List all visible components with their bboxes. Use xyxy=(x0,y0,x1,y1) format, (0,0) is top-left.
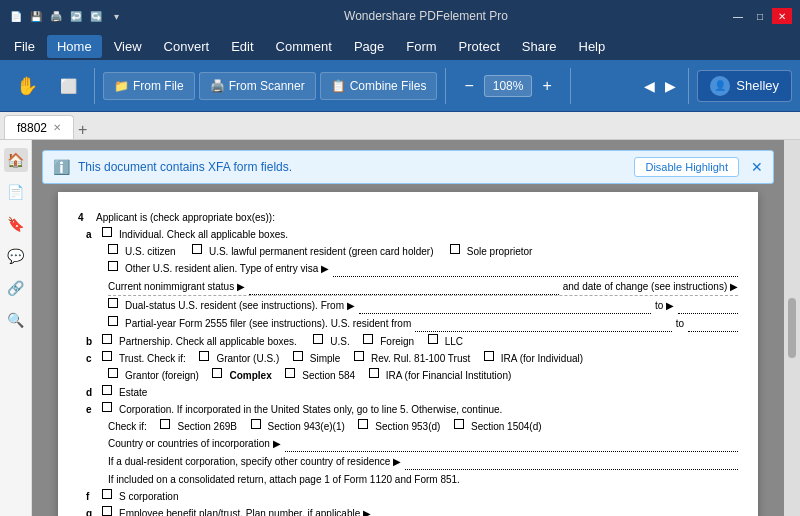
checkbox-other-resident[interactable] xyxy=(108,261,118,271)
scrollbar-thumb[interactable] xyxy=(788,298,796,358)
undo-icon[interactable]: ↩️ xyxy=(68,8,84,24)
nav-forward-button[interactable]: ▶ xyxy=(661,74,680,98)
redo-icon[interactable]: ↪️ xyxy=(88,8,104,24)
document-area[interactable]: ℹ️ This document contains XFA form field… xyxy=(32,140,784,516)
nav-arrows: ◀ ▶ xyxy=(640,74,680,98)
menu-page[interactable]: Page xyxy=(344,35,394,58)
checkbox-b[interactable] xyxy=(102,334,112,344)
save-icon[interactable]: 💾 xyxy=(28,8,44,24)
menu-help[interactable]: Help xyxy=(569,35,616,58)
menu-share[interactable]: Share xyxy=(512,35,567,58)
row-a-items: U.S. citizen U.S. lawful permanent resid… xyxy=(108,244,738,259)
zoom-out-button[interactable]: − xyxy=(458,75,479,97)
sidebar-search-icon[interactable]: 🔍 xyxy=(4,308,28,332)
checkbox-section-584[interactable] xyxy=(285,368,295,378)
hand-tool-button[interactable]: ✋ xyxy=(8,73,46,99)
checkbox-953d[interactable] xyxy=(358,419,368,429)
menu-view[interactable]: View xyxy=(104,35,152,58)
label-b-llc: LLC xyxy=(445,334,463,349)
checkbox-partial-year[interactable] xyxy=(108,316,118,326)
zoom-value[interactable]: 108% xyxy=(484,75,533,97)
checkbox-943e1[interactable] xyxy=(251,419,261,429)
document-tab[interactable]: f8802 ✕ xyxy=(4,115,74,139)
dropdown-icon[interactable]: ▾ xyxy=(108,8,124,24)
label-269b: Section 269B xyxy=(177,419,237,434)
disable-highlight-button[interactable]: Disable Highlight xyxy=(634,157,739,177)
scrollbar[interactable] xyxy=(784,140,800,516)
row-e: e Corporation. If incorporated in the Un… xyxy=(78,402,738,417)
checkbox-c[interactable] xyxy=(102,351,112,361)
checkbox-f[interactable] xyxy=(102,489,112,499)
minimize-button[interactable]: — xyxy=(728,8,748,24)
document-page: 4 Applicant is (check appropriate box(es… xyxy=(58,192,758,516)
checkbox-rev-rul[interactable] xyxy=(354,351,364,361)
menu-home[interactable]: Home xyxy=(47,35,102,58)
checkbox-grantor-foreign[interactable] xyxy=(108,368,118,378)
row-a-other: Other U.S. resident alien. Type of entry… xyxy=(108,261,738,277)
menu-protect[interactable]: Protect xyxy=(449,35,510,58)
from-scanner-label: From Scanner xyxy=(229,79,305,93)
checkbox-b-llc[interactable] xyxy=(428,334,438,344)
info-icon: ℹ️ xyxy=(53,159,70,175)
content-area: 🏠 📄 🔖 💬 🔗 🔍 ℹ️ This document contains XF… xyxy=(0,140,800,516)
from-file-button[interactable]: 📁 From File xyxy=(103,72,195,100)
sidebar-bookmark-icon[interactable]: 🔖 xyxy=(4,212,28,236)
label-check-if: Check if: xyxy=(108,419,147,434)
select-tool-button[interactable]: ⬜ xyxy=(50,75,86,97)
zoom-in-button[interactable]: + xyxy=(536,75,557,97)
folder-icon: 📁 xyxy=(114,79,129,93)
menu-form[interactable]: Form xyxy=(396,35,446,58)
menu-file[interactable]: File xyxy=(4,35,45,58)
maximize-button[interactable]: □ xyxy=(750,8,770,24)
checkbox-complex[interactable] xyxy=(212,368,222,378)
checkbox-ira-individual[interactable] xyxy=(484,351,494,361)
row-a-partial: Partial-year Form 2555 filer (see instru… xyxy=(108,316,738,332)
print-icon[interactable]: 🖨️ xyxy=(48,8,64,24)
checkbox-b-foreign[interactable] xyxy=(363,334,373,344)
sidebar-comment-icon[interactable]: 💬 xyxy=(4,244,28,268)
sidebar-home-icon[interactable]: 🏠 xyxy=(4,148,28,172)
row-e-text: Corporation. If incorporated in the Unit… xyxy=(119,402,502,417)
toolbar: ✋ ⬜ 📁 From File 🖨️ From Scanner 📋 Combin… xyxy=(0,60,800,112)
add-tab-button[interactable]: + xyxy=(78,121,87,139)
label-us-citizen: U.S. citizen xyxy=(125,244,176,259)
sidebar-link-icon[interactable]: 🔗 xyxy=(4,276,28,300)
toolbar-separator-4 xyxy=(688,68,689,104)
toolbar-separator xyxy=(94,68,95,104)
checkbox-permanent-resident[interactable] xyxy=(192,244,202,254)
label-section-584: Section 584 xyxy=(302,368,355,383)
checkbox-e[interactable] xyxy=(102,402,112,412)
zoom-control: − 108% + xyxy=(458,75,557,97)
checkbox-269b[interactable] xyxy=(160,419,170,429)
checkbox-simple[interactable] xyxy=(293,351,303,361)
label-other-resident: Other U.S. resident alien. Type of entry… xyxy=(125,261,329,276)
checkbox-sole-proprietor[interactable] xyxy=(450,244,460,254)
from-scanner-button[interactable]: 🖨️ From Scanner xyxy=(199,72,316,100)
banner-close-button[interactable]: ✕ xyxy=(751,159,763,175)
checkbox-ira-financial[interactable] xyxy=(369,368,379,378)
nav-back-button[interactable]: ◀ xyxy=(640,74,659,98)
combine-files-button[interactable]: 📋 Combine Files xyxy=(320,72,438,100)
checkbox-us-citizen[interactable] xyxy=(108,244,118,254)
label-b-foreign: Foreign xyxy=(380,334,414,349)
sidebar-pages-icon[interactable]: 📄 xyxy=(4,180,28,204)
user-button[interactable]: 👤 Shelley xyxy=(697,70,792,102)
close-button[interactable]: ✕ xyxy=(772,8,792,24)
row-e-consolidated: If included on a consolidated return, at… xyxy=(108,472,738,487)
checkbox-1504d[interactable] xyxy=(454,419,464,429)
menu-edit[interactable]: Edit xyxy=(221,35,263,58)
label-953d: Section 953(d) xyxy=(375,419,440,434)
checkbox-grantor-us[interactable] xyxy=(199,351,209,361)
checkbox-dual-status[interactable] xyxy=(108,298,118,308)
tab-close-button[interactable]: ✕ xyxy=(53,122,61,133)
menu-convert[interactable]: Convert xyxy=(154,35,220,58)
menu-comment[interactable]: Comment xyxy=(266,35,342,58)
row-a-text: Individual. Check all applicable boxes. xyxy=(119,227,288,242)
checkbox-g[interactable] xyxy=(102,506,112,516)
select-icon: ⬜ xyxy=(60,79,77,93)
checkbox-d[interactable] xyxy=(102,385,112,395)
row-c: c Trust. Check if: Grantor (U.S.) Simple… xyxy=(78,351,738,366)
row-a-dual: Dual-status U.S. resident (see instructi… xyxy=(108,298,738,314)
checkbox-b-us[interactable] xyxy=(313,334,323,344)
checkbox-a[interactable] xyxy=(102,227,112,237)
